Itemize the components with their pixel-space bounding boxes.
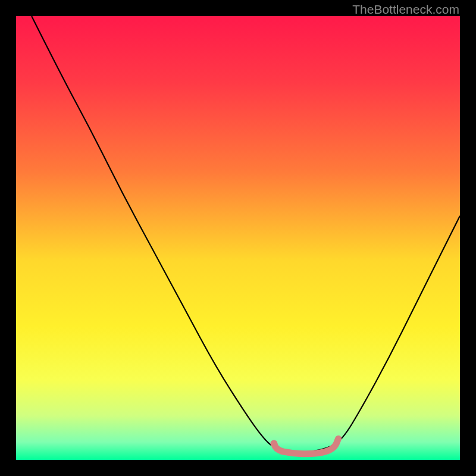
gradient-background [16,16,460,460]
watermark-text: TheBottleneck.com [352,2,459,17]
bottleneck-chart [16,16,460,460]
chart-svg [16,16,460,460]
optimal-start-dot [270,440,277,447]
